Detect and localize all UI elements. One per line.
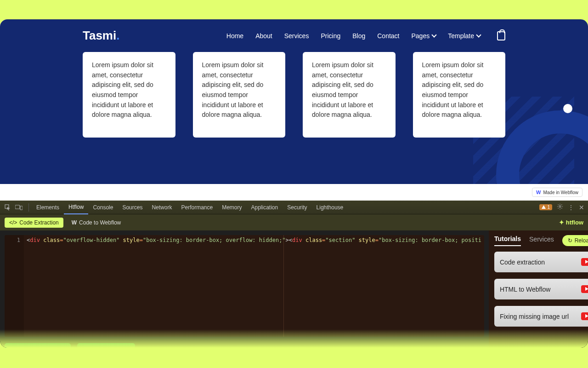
- tab-memory[interactable]: Memory: [217, 201, 246, 214]
- site-header: Tasmi. Home About Services Pricing Blog …: [0, 19, 588, 52]
- youtube-icon: [581, 285, 588, 293]
- pane-divider[interactable]: [283, 235, 284, 337]
- more-icon[interactable]: ⋮: [568, 204, 574, 211]
- extract-html-button[interactable]: Extract HTML: [77, 343, 135, 348]
- device-toggle-icon[interactable]: [15, 203, 23, 212]
- tab-security[interactable]: Security: [283, 201, 311, 214]
- nav-template[interactable]: Template: [448, 32, 481, 40]
- code-icon: </>: [9, 219, 17, 226]
- nav-blog[interactable]: Blog: [352, 32, 365, 40]
- tab-elements[interactable]: Elements: [32, 201, 64, 214]
- close-icon[interactable]: ✕: [579, 204, 584, 211]
- side-panel: Tutorials Services ↻ Reload Code extract…: [489, 230, 588, 348]
- tab-application[interactable]: Application: [247, 201, 283, 214]
- side-tab-tutorials[interactable]: Tutorials: [494, 235, 521, 246]
- tab-lighthouse[interactable]: Lighthouse: [312, 201, 348, 214]
- separator: [28, 203, 29, 212]
- nav-home[interactable]: Home: [226, 32, 243, 40]
- below-site-strip: W Made in Webflow: [0, 184, 588, 201]
- devtools-panel: Elements Htflow Console Sources Network …: [0, 201, 588, 348]
- side-tab-services[interactable]: Services: [529, 236, 554, 246]
- chevron-down-icon: [432, 32, 437, 37]
- card: Lorem ipsum dolor sit amet, consectetur …: [303, 52, 396, 138]
- youtube-icon: [581, 258, 588, 266]
- code-editor[interactable]: 1 <div class="overflow-hidden" style="bo…: [5, 235, 484, 337]
- tab-performance[interactable]: Performance: [176, 201, 217, 214]
- nav-contact[interactable]: Contact: [377, 32, 399, 40]
- spark-icon: ✦: [559, 219, 564, 226]
- nav-pricing[interactable]: Pricing: [321, 32, 340, 40]
- tab-sources[interactable]: Sources: [118, 201, 147, 214]
- code-extraction-button[interactable]: </> Code Extraction: [5, 218, 63, 228]
- card: Lorem ipsum dolor sit amet, consectetur …: [83, 52, 175, 138]
- editor-area: 1 <div class="overflow-hidden" style="bo…: [0, 230, 489, 348]
- devtools-tabbar: Elements Htflow Console Sources Network …: [0, 201, 588, 214]
- htflow-brand: ✦ htflow: [559, 219, 583, 226]
- webflow-badge[interactable]: W Made in Webflow: [532, 188, 582, 197]
- start-conversion-button[interactable]: Start Conversion: [5, 343, 71, 348]
- tutorial-item[interactable]: HTML to Webflow: [494, 279, 588, 299]
- inspect-icon[interactable]: [4, 203, 12, 212]
- logo-dot: .: [116, 29, 119, 42]
- cart-icon[interactable]: [497, 31, 505, 40]
- card-row: Lorem ipsum dolor sit amet, consectetur …: [0, 52, 588, 138]
- reload-icon: ↻: [568, 237, 572, 244]
- reload-button[interactable]: ↻ Reload: [562, 235, 588, 246]
- gear-icon[interactable]: [557, 203, 563, 211]
- website-preview: Tasmi. Home About Services Pricing Blog …: [0, 19, 588, 184]
- warning-badge[interactable]: 1: [539, 204, 552, 210]
- youtube-icon: [581, 312, 588, 320]
- tutorial-item[interactable]: Fixing missing image url: [494, 306, 588, 327]
- webflow-icon: W: [536, 190, 541, 195]
- svg-rect-2: [20, 206, 23, 210]
- warning-icon: [542, 205, 546, 209]
- webflow-icon: W: [72, 219, 77, 226]
- main-nav: Home About Services Pricing Blog Contact…: [226, 31, 505, 40]
- tab-console[interactable]: Console: [88, 201, 118, 214]
- line-gutter: 1: [5, 235, 24, 337]
- site-logo[interactable]: Tasmi.: [83, 29, 119, 43]
- nav-about[interactable]: About: [255, 32, 272, 40]
- logo-text: Tasmi: [83, 29, 116, 42]
- card: Lorem ipsum dolor sit amet, consectetur …: [413, 52, 506, 138]
- svg-rect-1: [15, 205, 20, 209]
- tab-htflow[interactable]: Htflow: [64, 201, 88, 214]
- card: Lorem ipsum dolor sit amet, consectetur …: [193, 52, 286, 138]
- nav-services[interactable]: Services: [284, 32, 309, 40]
- svg-point-3: [559, 206, 561, 207]
- tab-network[interactable]: Network: [147, 201, 176, 214]
- htflow-toolbar: </> Code Extraction W Code to Webflow ✦ …: [0, 214, 588, 230]
- tutorial-item[interactable]: Code extraction: [494, 252, 588, 272]
- nav-pages[interactable]: Pages: [411, 32, 436, 40]
- chevron-down-icon: [476, 32, 481, 37]
- code-content: <div class="overflow-hidden" style="box-…: [24, 235, 484, 337]
- code-to-webflow-button[interactable]: W Code to Webflow: [68, 218, 125, 228]
